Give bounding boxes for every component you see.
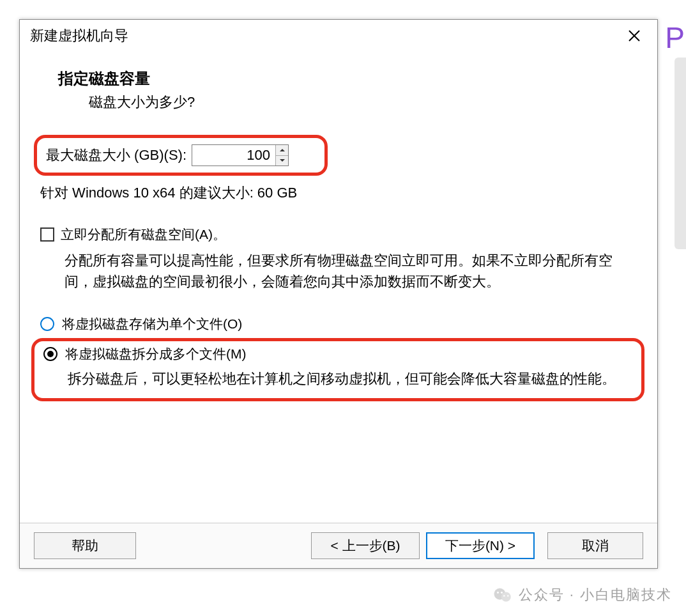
- svg-point-4: [503, 595, 505, 596]
- spinner-buttons: [275, 145, 288, 166]
- background-app-letter: P: [665, 20, 685, 55]
- wizard-footer: 帮助 < 上一步(B) 下一步(N) > 取消: [20, 523, 657, 568]
- allocate-now-checkbox[interactable]: [40, 227, 54, 242]
- cancel-button[interactable]: 取消: [547, 532, 643, 559]
- wizard-content: 最大磁盘大小 (GB)(S): 针对 Windows 10 x64 的建议大小:…: [20, 131, 657, 523]
- spinner-up-button[interactable]: [276, 145, 288, 156]
- page-subtitle: 磁盘大小为多少?: [89, 93, 619, 112]
- dialog-title: 新建虚拟机向导: [30, 26, 621, 45]
- svg-point-2: [497, 592, 499, 594]
- highlight-disk-size: 最大磁盘大小 (GB)(S):: [34, 135, 328, 176]
- close-icon: [628, 29, 641, 42]
- allocate-now-description: 分配所有容量可以提高性能，但要求所有物理磁盘空间立即可用。如果不立即分配所有空间…: [65, 250, 637, 292]
- svg-point-3: [501, 592, 503, 594]
- disk-size-input[interactable]: [192, 145, 275, 166]
- radio-selected-dot-icon: [47, 351, 54, 357]
- watermark: 公众号 · 小白电脑技术: [493, 585, 672, 604]
- disk-size-spinner[interactable]: [192, 144, 289, 166]
- radio-split-files-label: 将虚拟磁盘拆分成多个文件(M): [65, 345, 246, 363]
- page-title: 指定磁盘容量: [58, 68, 619, 89]
- wizard-header: 指定磁盘容量 磁盘大小为多少?: [20, 52, 657, 131]
- allocate-now-row[interactable]: 立即分配所有磁盘空间(A)。: [40, 226, 643, 243]
- radio-single-file[interactable]: [40, 317, 54, 331]
- highlight-split-option: 将虚拟磁盘拆分成多个文件(M) 拆分磁盘后，可以更轻松地在计算机之间移动虚拟机，…: [31, 338, 644, 401]
- split-files-description: 拆分磁盘后，可以更轻松地在计算机之间移动虚拟机，但可能会降低大容量磁盘的性能。: [68, 368, 632, 389]
- chevron-up-icon: [280, 148, 285, 152]
- background-scrollbar: [675, 58, 686, 249]
- svg-point-1: [501, 592, 510, 602]
- radio-single-file-label: 将虚拟磁盘存储为单个文件(O): [62, 315, 242, 333]
- titlebar: 新建虚拟机向导: [20, 20, 657, 52]
- chevron-down-icon: [280, 158, 285, 162]
- recommended-size-text: 针对 Windows 10 x64 的建议大小: 60 GB: [40, 183, 643, 203]
- radio-split-files-row[interactable]: 将虚拟磁盘拆分成多个文件(M): [43, 345, 632, 363]
- help-button[interactable]: 帮助: [34, 532, 136, 559]
- allocate-now-label: 立即分配所有磁盘空间(A)。: [61, 226, 226, 243]
- watermark-text: 公众号 · 小白电脑技术: [519, 585, 672, 604]
- disk-size-label: 最大磁盘大小 (GB)(S):: [46, 146, 187, 165]
- svg-point-5: [507, 595, 508, 596]
- close-button[interactable]: [621, 23, 647, 49]
- next-button[interactable]: 下一步(N) >: [426, 532, 535, 559]
- spinner-down-button[interactable]: [276, 156, 288, 166]
- back-button[interactable]: < 上一步(B): [311, 532, 420, 559]
- wechat-icon: [493, 585, 512, 604]
- wizard-dialog: 新建虚拟机向导 指定磁盘容量 磁盘大小为多少? 最大磁盘大小 (GB)(S):: [19, 19, 658, 569]
- radio-split-files[interactable]: [43, 347, 57, 361]
- radio-single-file-row[interactable]: 将虚拟磁盘存储为单个文件(O): [40, 315, 643, 333]
